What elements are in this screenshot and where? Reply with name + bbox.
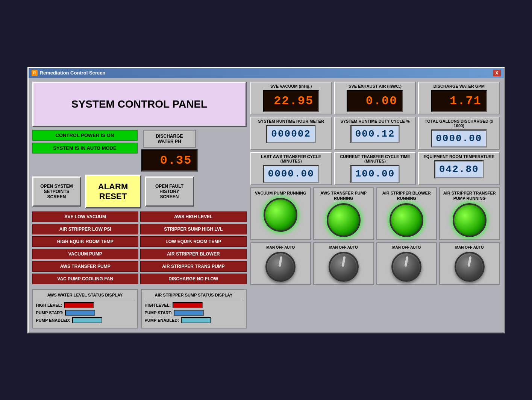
metric-sve-exhaust-value: 0.00 [347,90,403,112]
metric-last-aws-value: 0000.00 [263,165,319,183]
status-displays: AWS WATER LEVEL STATUS DISPLAY HIGH LEVE… [32,289,247,329]
pump-aws-transfer-light [327,203,361,237]
metric-sve-vacuum-value: 22.95 [263,90,319,112]
alarm-air-stripper-blower: AIR STRIPPER BLOWER [140,249,247,259]
metric-runtime-hour: SYSTEM RUNTIME HOUR METER 000002 [250,117,332,150]
stripper-pump-enabled-label: PUMP ENABLED: [145,318,179,322]
metric-sve-vacuum-label: SVE VACUUM (inHg.) [270,84,312,88]
pump-vacuum-running: VACUUM PUMP RUNNING [250,187,311,240]
metric-equip-room-temp: EQUIPMENT ROOM TEMPERATURE 042.80 [418,152,500,185]
pump-control-section: MAN OFF AUTO MAN OFF AUTO MAN OFF AUTO M… [250,242,500,285]
pump-blower-knob[interactable] [391,252,421,282]
pump-stripper-knob[interactable] [455,252,485,282]
main-window: R Remediation Control Screen X SYSTEM CO… [27,67,505,333]
metrics-mid-row: SYSTEM RUNTIME HOUR METER 000002 SYSTEM … [250,117,500,150]
pump-blower-control-label: MAN OFF AUTO [392,245,421,249]
metric-total-gallons-value: 0000.00 [431,129,487,148]
aws-pump-enabled-row: PUMP ENABLED: [36,317,134,323]
metrics-bot-row: LAST AWS TRANSFER CYCLE (MINUTES) 0000.0… [250,152,500,185]
pump-vacuum-control-label: MAN OFF AUTO [266,245,295,249]
main-content: SYSTEM CONTROL PANEL CONTROL POWER IS ON… [29,78,504,332]
pump-vacuum-knob[interactable] [265,252,296,282]
pump-vacuum-control: MAN OFF AUTO [250,242,311,285]
aws-high-level-indicator [64,302,94,308]
app-icon: R [32,70,38,76]
metric-current-transfer-label: CURRENT TRANSFER CYCLE TIME (MINUTES) [336,154,414,163]
action-buttons-row: OPEN SYSTEM SETPOINTS SCREEN ALARM RESET… [32,175,247,208]
right-panel: SVE VACUUM (inHg.) 22.95 SVE EXHAUST AIR… [250,82,500,329]
aws-pump-enabled-label: PUMP ENABLED: [36,318,70,322]
stripper-pump-enabled-indicator [181,317,211,323]
metric-sve-vacuum: SVE VACUUM (inHg.) 22.95 [250,82,332,114]
control-power-status: CONTROL POWER IS ON [32,130,138,141]
metric-duty-cycle-label: SYSTEM RUNTIME DUTY CYCLE % [340,119,409,123]
alarm-stripper-sump-high: STRIPPER SUMP HIGH LVL [140,224,247,234]
open-setpoints-button[interactable]: OPEN SYSTEM SETPOINTS SCREEN [32,176,81,207]
metric-discharge-water-value: 1.71 [431,90,487,112]
alarm-discharge-no-flow: DISCHARGE NO FLOW [140,274,247,284]
aws-pump-start-label: PUMP START: [36,310,64,315]
alarm-low-equip-temp: LOW EQUIP. ROOM TEMP [140,236,247,247]
pump-stripper-control: MAN OFF AUTO [439,242,500,285]
alarm-vac-pump-cooling-fan: VAC PUMP COOLING FAN [32,274,139,284]
pump-stripper-transfer-running: AIR STRIPPER TRANSFER PUMP RUNNING [439,187,500,240]
left-panel: SYSTEM CONTROL PANEL CONTROL POWER IS ON… [32,82,247,329]
system-control-title: SYSTEM CONTROL PANEL [32,82,247,127]
pump-stripper-transfer-light [453,203,487,237]
aws-high-level-label: HIGH LEVEL: [36,303,62,307]
window-title: Remediation Control Screen [40,70,106,76]
title-bar: R Remediation Control Screen X [29,68,504,78]
aws-pump-start-row: PUMP START: [36,310,134,316]
discharge-ph-value: 0.35 [141,149,198,172]
title-bar-left: R Remediation Control Screen [32,70,106,76]
metric-discharge-water-label: DISCHARGE WATER GPM [433,84,485,88]
status-buttons: CONTROL POWER IS ON SYSTEM IS IN AUTO MO… [32,130,138,154]
pump-aws-control: MAN OFF AUTO [313,242,374,285]
metric-total-gallons-label: TOTAL GALLONS DISCHARGED (x 1000) [420,119,497,128]
status-discharge-row: CONTROL POWER IS ON SYSTEM IS IN AUTO MO… [32,130,247,172]
metric-last-aws: LAST AWS TRANSFER CYCLE (MINUTES) 0000.0… [250,152,332,185]
pump-air-blower-running: AIR STRIPPER BLOWER RUNNING [376,187,437,240]
open-fault-button[interactable]: OPEN FAULT HISTORY SCREEN [145,176,194,207]
alarm-sve-low-vacuum: SVE LOW VACUUM [32,211,139,222]
metric-runtime-hour-label: SYSTEM RUNTIME HOUR METER [258,119,324,123]
metric-sve-exhaust-label: SVE EXHAUST AIR (inWC.) [349,84,402,88]
auto-mode-status: SYSTEM IS IN AUTO MODE [32,143,138,154]
aws-status-title: AWS WATER LEVEL STATUS DISPLAY [36,293,134,299]
metric-equip-room-temp-label: EQUIPMENT ROOM TEMPERATURE [424,154,495,159]
stripper-pump-start-label: PUMP START: [145,310,172,315]
metric-equip-room-temp-value: 042.80 [434,160,484,178]
pump-running-section: VACUUM PUMP RUNNING AWS TRANSFER PUMP RU… [250,187,500,240]
pump-aws-control-label: MAN OFF AUTO [329,245,358,249]
pump-stripper-control-label: MAN OFF AUTO [455,245,484,249]
pump-air-blower-light [390,203,423,237]
alarm-aws-high-level: AWS HIGH LEVEL [140,211,247,222]
stripper-status-title: AIR STRIPPER SUMP STATUS DISPLAY [145,293,243,299]
metric-last-aws-label: LAST AWS TRANSFER CYCLE (MINUTES) [253,154,330,163]
pump-vacuum-light [264,198,297,232]
stripper-pump-start-row: PUMP START: [145,310,243,316]
pump-aws-transfer-running-label: AWS TRANSFER PUMP RUNNING [316,190,371,201]
pump-vacuum-running-label: VACUUM PUMP RUNNING [255,190,306,196]
discharge-ph-label: DISCHARGE WATER PH [143,130,196,148]
stripper-pump-enabled-row: PUMP ENABLED: [145,317,243,323]
close-button[interactable]: X [493,70,501,76]
metric-runtime-hour-value: 000002 [266,125,316,143]
discharge-ph-section: DISCHARGE WATER PH 0.35 [141,130,198,172]
pump-stripper-transfer-running-label: AIR STRIPPER TRANSFER PUMP RUNNING [442,190,497,201]
pump-air-blower-running-label: AIR STRIPPER BLOWER RUNNING [379,190,434,201]
metric-current-transfer: CURRENT TRANSFER CYCLE TIME (MINUTES) 10… [334,152,416,185]
stripper-high-level-indicator [173,302,203,308]
aws-high-level-row: HIGH LEVEL: [36,302,134,308]
alarm-reset-button[interactable]: ALARM RESET [85,175,141,208]
metric-duty-cycle: SYSTEM RUNTIME DUTY CYCLE % 000.12 [334,117,416,150]
stripper-status-box: AIR STRIPPER SUMP STATUS DISPLAY HIGH LE… [141,289,247,329]
alarm-aws-transfer-pump: AWS TRANSFER PUMP [32,261,139,272]
metric-duty-cycle-value: 000.12 [350,125,400,143]
aws-pump-enabled-indicator [72,317,102,323]
alarm-air-stripper-trans-pump: AIR STRIPPER TRANS PUMP [140,261,247,272]
alarm-grid: SVE LOW VACUUM AWS HIGH LEVEL AIR STRIPP… [32,211,247,284]
pump-aws-knob[interactable] [329,252,359,282]
alarm-air-stripper-low-psi: AIR STRIPPER LOW PSI [32,224,139,234]
metric-current-transfer-value: 100.00 [350,165,400,183]
